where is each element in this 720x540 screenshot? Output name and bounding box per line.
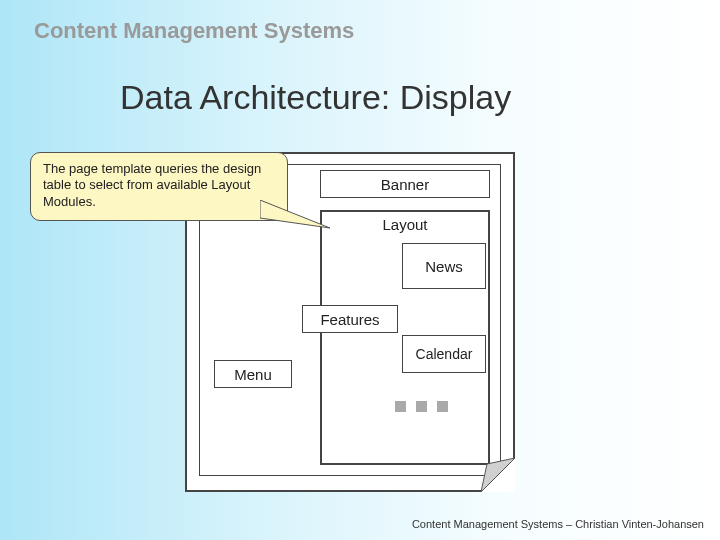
footer-text: Content Management Systems – Christian V…: [412, 518, 704, 530]
header-title: Content Management Systems: [34, 18, 354, 44]
block-calendar: Calendar: [402, 335, 486, 373]
block-menu: Menu: [214, 360, 292, 388]
block-features: Features: [302, 305, 398, 333]
dogear-icon: [481, 458, 515, 492]
block-banner: Banner: [320, 170, 490, 198]
svg-marker-2: [260, 200, 330, 228]
block-news: News: [402, 243, 486, 289]
dot-icon: [437, 401, 448, 412]
dot-icon: [395, 401, 406, 412]
slide-title: Data Architecture: Display: [120, 78, 511, 117]
layout-label: Layout: [322, 216, 488, 233]
ellipsis-dots: [395, 401, 448, 412]
dot-icon: [416, 401, 427, 412]
callout-note: The page template queries the design tab…: [30, 152, 288, 221]
callout-text: The page template queries the design tab…: [43, 161, 261, 209]
